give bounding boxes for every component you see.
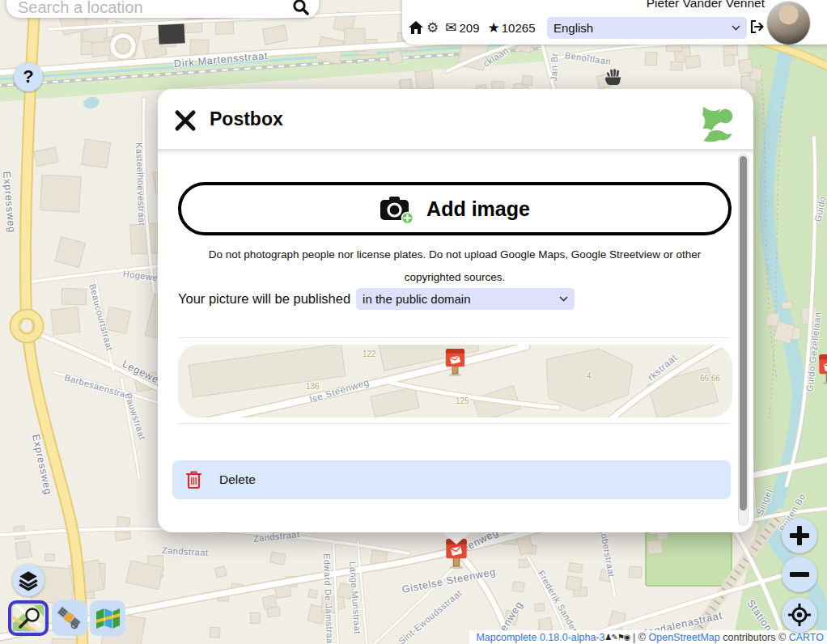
image-policy-text: Do not photograph people nor license pla…	[184, 244, 725, 289]
chevron-down-icon	[559, 296, 568, 302]
minus-icon	[790, 565, 809, 584]
geolocate-button[interactable]	[782, 597, 817, 633]
plus-icon	[790, 526, 809, 545]
zoom-in-button[interactable]	[782, 518, 817, 553]
attribution-bar: Mapcomplete 0.18.0-alpha-3♟✎⚑◉ | © OpenS…	[469, 630, 827, 644]
dialog-pointer	[441, 531, 472, 544]
license-select-value: in the public domain	[363, 292, 470, 306]
map-style-satellite-button[interactable]	[52, 600, 87, 636]
satellite-icon	[57, 605, 83, 631]
layers-button[interactable]	[12, 564, 45, 596]
divider	[178, 337, 729, 338]
search-icon[interactable]	[292, 0, 309, 15]
dialog-title: Postbox	[210, 108, 283, 130]
mapcomplete-version-link[interactable]: Mapcomplete 0.18.0-alpha-3	[476, 632, 604, 643]
layers-icon	[17, 569, 40, 591]
changesets-count: 10265	[502, 21, 536, 35]
messages-count: 209	[460, 21, 480, 35]
search-bar	[6, 0, 319, 18]
add-image-button[interactable]: Add image	[178, 182, 732, 235]
attribution-stat-icons: ♟✎⚑◉	[605, 633, 630, 642]
question-mark-icon: ?	[23, 66, 33, 87]
postbox-marker[interactable]	[816, 354, 827, 384]
trash-icon	[185, 470, 202, 489]
crosshair-icon	[788, 604, 811, 626]
license-prefix-text: Your picture will be published	[178, 291, 350, 307]
delete-button[interactable]: Delete	[172, 460, 731, 499]
osm-logo-icon	[700, 105, 734, 142]
osm-map-style-icon	[13, 605, 44, 631]
folded-map-icon	[95, 608, 121, 629]
settings-gear-icon[interactable]: ⚙	[426, 19, 439, 36]
dialog-content: Add image Do not photograph people nor l…	[158, 149, 753, 532]
zoom-out-button[interactable]	[782, 557, 817, 592]
license-select[interactable]: in the public domain	[356, 288, 575, 310]
user-name: Pieter Vander Vennet	[647, 0, 765, 11]
delete-label: Delete	[219, 472, 256, 487]
user-avatar[interactable]	[767, 2, 810, 44]
location-minimap[interactable]: 122136lse Steenweg1254rkstraat66;66	[178, 345, 732, 417]
attribution-text: | ©	[630, 632, 649, 643]
language-select[interactable]: English	[547, 17, 747, 39]
help-button[interactable]: ?	[14, 62, 43, 91]
map-style-map-button[interactable]	[90, 600, 125, 636]
star-icon[interactable]: ★	[488, 19, 500, 36]
user-panel: Pieter Vander Vennet ⚙ ✉ 209 ★ 10265 Eng…	[402, 0, 827, 44]
dialog-scrollbar-thumb[interactable]	[740, 156, 747, 511]
postbox-marker	[443, 348, 467, 376]
osm-link[interactable]: OpenStreetMap	[649, 632, 720, 643]
mail-icon[interactable]: ✉	[445, 19, 456, 36]
search-input[interactable]	[18, 0, 285, 17]
language-select-value: English	[553, 21, 593, 35]
logout-icon[interactable]	[750, 19, 765, 34]
close-icon[interactable]	[174, 109, 197, 132]
add-image-label: Add image	[426, 197, 530, 221]
divider	[178, 423, 729, 424]
mapcomplete-app: Dirk MartensstraatcklaanJan BrBenoîtlaan…	[0, 0, 827, 644]
postbox-dialog: Postbox Add image Do not ph	[158, 89, 753, 532]
carto-link[interactable]: CARTO	[789, 632, 824, 643]
contributors-text: contributors ©	[720, 632, 789, 643]
chevron-down-icon	[732, 25, 740, 31]
map-style-osm-button[interactable]	[8, 600, 49, 636]
camera-plus-icon	[380, 193, 414, 224]
home-icon[interactable]	[409, 21, 423, 35]
dialog-scrollbar-track	[738, 154, 749, 526]
